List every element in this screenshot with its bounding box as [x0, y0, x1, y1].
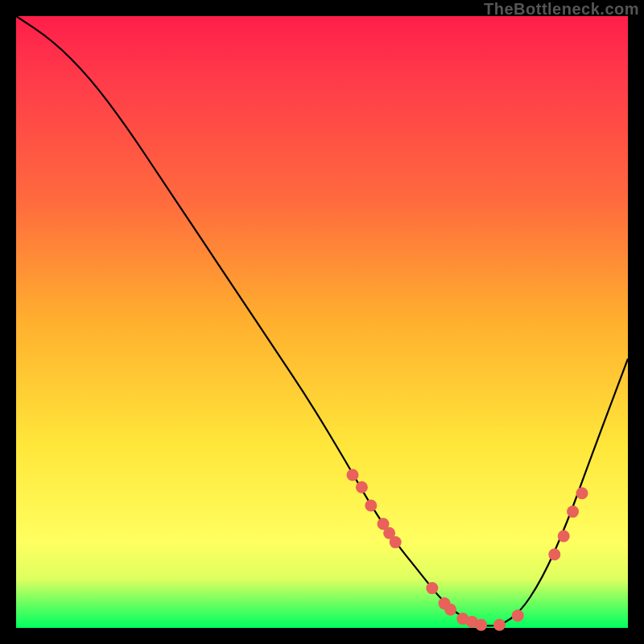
data-marker — [475, 619, 487, 631]
data-marker — [356, 481, 368, 493]
data-marker — [567, 506, 579, 518]
marker-group — [347, 469, 588, 631]
data-marker — [548, 548, 560, 560]
data-marker — [493, 619, 506, 631]
data-marker — [426, 582, 438, 594]
data-marker — [365, 500, 377, 512]
data-marker — [576, 487, 588, 499]
data-marker — [390, 536, 402, 548]
data-marker — [444, 604, 456, 616]
data-marker — [512, 609, 524, 621]
bottleneck-curve — [16, 16, 628, 625]
data-marker — [558, 530, 570, 543]
data-marker — [347, 469, 359, 481]
chart-svg — [16, 16, 628, 628]
